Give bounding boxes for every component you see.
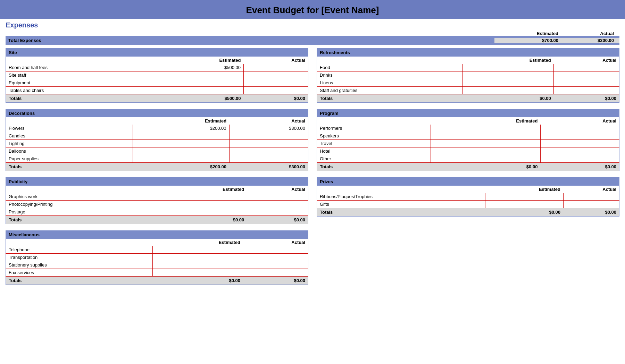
item-cell: Food [317, 64, 463, 71]
table-row: Room and hall fees$500.00 [6, 64, 308, 71]
estimated-cell [133, 147, 229, 155]
decorations-totals-actual: $300.00 [229, 163, 308, 171]
program-totals-label: Totals [317, 163, 431, 171]
actual-cell [247, 201, 308, 208]
table-row: Stationery supplies [6, 261, 308, 269]
actual-cell [229, 140, 308, 147]
estimated-cell [133, 155, 229, 163]
decorations-col-item [6, 117, 133, 125]
estimated-cell [485, 193, 563, 201]
prizes-section-header: Prizes [317, 178, 619, 186]
decorations-col-actual: Actual [229, 117, 308, 125]
total-expenses-row: Total Expenses $700.00 $300.00 [6, 36, 619, 45]
program-col-item [317, 117, 431, 125]
table-row: Hotel [317, 147, 619, 155]
item-cell: Fax services [6, 269, 153, 277]
actual-cell [554, 64, 619, 71]
publicity-totals-estimated: $0.00 [162, 216, 247, 224]
item-cell: Photocopying/Printing [6, 201, 162, 208]
refreshments-col-actual: Actual [554, 57, 619, 64]
refreshments-totals-estimated: $0.00 [463, 94, 554, 103]
item-cell: Travel [317, 140, 431, 147]
decorations-totals-estimated: $200.00 [133, 163, 229, 171]
estimated-cell [154, 71, 243, 79]
item-cell: Other [317, 155, 431, 163]
table-row: Travel [317, 140, 619, 147]
prizes-totals-label: Totals [317, 208, 485, 217]
estimated-cell [463, 87, 554, 94]
publicity-totals-label: Totals [6, 216, 162, 224]
item-cell: Site staff [6, 71, 154, 79]
refreshments-col-estimated: Estimated [463, 57, 554, 64]
table-row: Balloons [6, 147, 308, 155]
program-totals-actual: $0.00 [540, 163, 619, 171]
actual-cell [244, 79, 308, 87]
page-title: Event Budget for [Event Name] [0, 5, 625, 16]
expenses-label: Expenses [6, 21, 619, 29]
actual-cell [540, 155, 619, 163]
table-row: Lighting [6, 140, 308, 147]
table-row: Equipment [6, 79, 308, 87]
table-row: Fax services [6, 269, 308, 277]
actual-cell [229, 147, 308, 155]
item-cell: Gifts [317, 201, 485, 208]
item-cell: Balloons [6, 147, 133, 155]
estimated-cell [152, 246, 243, 254]
item-cell: Ribbons/Plaques/Trophies [317, 193, 485, 201]
actual-cell [563, 201, 619, 208]
table-row: Flowers$200.00$300.00 [6, 125, 308, 132]
table-row: Gifts [317, 201, 619, 208]
expenses-section-header: Expenses [0, 19, 625, 30]
main-header: Event Budget for [Event Name] [0, 0, 625, 19]
actual-cell [554, 71, 619, 79]
refreshments-section-header: Refreshments [317, 49, 619, 57]
site-table: Site Estimated Actual Room and hall fees… [6, 48, 308, 103]
actual-cell [229, 132, 308, 140]
estimated-cell [133, 140, 229, 147]
refreshments-totals-actual: $0.00 [554, 94, 619, 103]
actual-cell [244, 87, 308, 94]
estimated-cell [133, 132, 229, 140]
item-cell: Equipment [6, 79, 154, 87]
table-row: Paper supplies [6, 155, 308, 163]
table-row: Staff and gratuities [317, 87, 619, 94]
site-totals-estimated: $500.00 [154, 94, 243, 103]
table-row: Linens [317, 79, 619, 87]
table-row: Speakers [317, 132, 619, 140]
estimated-cell [431, 132, 541, 140]
site-section-header: Site [6, 49, 308, 57]
program-totals-estimated: $0.00 [431, 163, 541, 171]
budget-tables-grid: Site Estimated Actual Room and hall fees… [0, 48, 625, 291]
total-header: Estimated Actual [0, 30, 625, 36]
estimated-cell [154, 79, 243, 87]
item-cell: Stationery supplies [6, 261, 153, 269]
actual-cell [243, 261, 308, 269]
actual-cell [244, 71, 308, 79]
publicity-totals-actual: $0.00 [247, 216, 308, 224]
actual-cell [540, 147, 619, 155]
estimated-cell [162, 208, 247, 216]
item-cell: Paper supplies [6, 155, 133, 163]
estimated-cell [463, 64, 554, 71]
estimated-cell: $200.00 [133, 125, 229, 132]
estimated-cell [152, 269, 243, 277]
publicity-col-actual: Actual [247, 186, 308, 193]
prizes-col-item [317, 186, 485, 193]
actual-cell [247, 208, 308, 216]
item-cell: Candles [6, 132, 133, 140]
actual-cell [243, 269, 308, 277]
miscellaneous-col-estimated: Estimated [152, 239, 243, 246]
estimated-cell: $500.00 [154, 64, 243, 71]
refreshments-totals-label: Totals [317, 94, 463, 103]
actual-header-label: Actual [564, 31, 619, 36]
actual-cell [540, 125, 619, 132]
item-cell: Tables and chairs [6, 87, 154, 94]
miscellaneous-col-actual: Actual [243, 239, 308, 246]
program-table: Program Estimated Actual PerformersSpeak… [317, 109, 619, 171]
prizes-totals-estimated: $0.00 [485, 208, 563, 217]
decorations-col-estimated: Estimated [133, 117, 229, 125]
table-row: Drinks [317, 71, 619, 79]
item-cell: Linens [317, 79, 463, 87]
actual-cell [540, 140, 619, 147]
estimated-cell [463, 79, 554, 87]
